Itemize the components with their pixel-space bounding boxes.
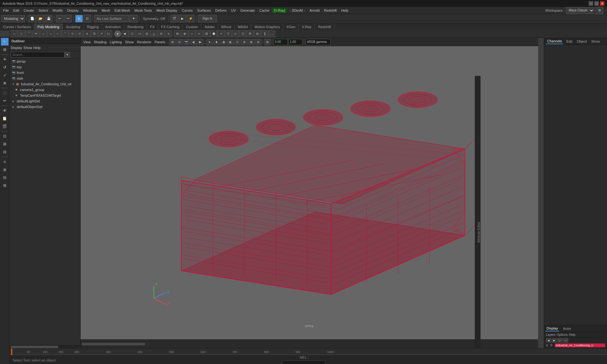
menu-deform[interactable]: Deform xyxy=(213,8,229,13)
soft-select-tool[interactable]: ◌ xyxy=(1,89,9,97)
menu-redshift[interactable]: Redshift xyxy=(322,8,339,13)
outliner-item-industrial-group[interactable]: ▼ ▦ Industrial_Air_Conditioning_Unit_nd xyxy=(9,81,80,87)
outliner-search-input[interactable] xyxy=(11,52,64,58)
menu-generate[interactable]: Generate xyxy=(238,8,257,13)
tab-adobe[interactable]: Adobe xyxy=(201,23,218,30)
vp-display-btn7[interactable]: ⊠ xyxy=(248,39,254,45)
shelf-btn-6[interactable]: ⌢ xyxy=(47,30,54,37)
tab-fx[interactable]: FX xyxy=(147,23,158,30)
tab-xgen[interactable]: XGen xyxy=(283,23,299,30)
shelf-btn-3[interactable]: ⌒ xyxy=(25,30,32,37)
anim-tab[interactable]: Anim xyxy=(562,326,572,331)
menu-modify[interactable]: Modify xyxy=(51,8,64,13)
vp-prev-btn[interactable]: ◀ xyxy=(190,39,197,45)
tab-fx-caching[interactable]: FX Caching xyxy=(158,23,183,30)
vp-menu-view[interactable]: View xyxy=(82,40,92,44)
shelf-mirror[interactable]: ⊟ xyxy=(203,30,210,37)
object-tab[interactable]: Object xyxy=(575,39,588,44)
outliner-item-default-light-set[interactable]: ◈ defaultLightSet xyxy=(9,98,80,104)
tab-rigging[interactable]: Rigging xyxy=(84,23,102,30)
snap-icon-1[interactable]: ⊡ xyxy=(1,132,9,140)
shelf-btn-8[interactable]: ⌒ xyxy=(62,30,69,37)
scale-tool[interactable]: ⤢ xyxy=(1,71,9,79)
close-button[interactable]: ✕ xyxy=(600,1,604,6)
shelf-more[interactable]: … xyxy=(268,30,275,37)
menu-mesh-tools[interactable]: Mesh Tools xyxy=(132,8,154,13)
edit-tab[interactable]: Edit xyxy=(565,39,573,44)
shelf-btn-10[interactable]: ⊂ xyxy=(76,30,83,37)
vp-menu-renderer[interactable]: Renderer xyxy=(136,40,153,44)
outliner-item-camera1-group[interactable]: ✱ camera1_group xyxy=(9,87,80,93)
shelf-fill[interactable]: ⬢ xyxy=(210,30,217,37)
maximize-button[interactable]: □ xyxy=(594,1,599,6)
vp-menu-shading[interactable]: Shading xyxy=(93,40,108,44)
render-button[interactable]: ▶ xyxy=(179,15,186,22)
tab-mash[interactable]: MASH xyxy=(235,23,251,30)
options-menu[interactable]: Options xyxy=(557,333,567,337)
tab-curves-surfaces[interactable]: Curves / Surfaces xyxy=(0,23,34,30)
outliner-item-top[interactable]: 📷 top xyxy=(9,64,80,70)
shelf-btn-9[interactable]: ⊃ xyxy=(69,30,76,37)
vp-display-btn1[interactable]: ● xyxy=(206,39,213,45)
expand-industrial-icon[interactable]: ▼ xyxy=(12,83,15,86)
menu-arnold[interactable]: Arnold xyxy=(308,8,322,13)
shelf-quad[interactable]: ◇ xyxy=(232,30,239,37)
model-area[interactable]: X Z Y persp xyxy=(81,46,538,339)
menu-create[interactable]: Create xyxy=(22,8,36,13)
move-tool[interactable]: ✛ xyxy=(1,56,9,63)
vp-menu-lighting[interactable]: Lighting xyxy=(108,40,123,44)
shelf-remesh[interactable]: ⬡ xyxy=(239,30,246,37)
channels-tab[interactable]: Channels xyxy=(546,39,563,44)
mel-input[interactable] xyxy=(282,361,325,364)
shelf-helix[interactable]: ∿ xyxy=(165,30,172,37)
snap-icon-2[interactable]: ⊞ xyxy=(1,140,9,148)
open-button[interactable]: 📂 xyxy=(37,15,44,22)
outliner-scrollbar[interactable] xyxy=(9,345,80,348)
timeline[interactable]: 1 50 100 150 200 300 400 500 600 700 800… xyxy=(9,349,607,355)
shelf-btn-14[interactable]: ▷ xyxy=(105,30,112,37)
viewport-scroll-thumb[interactable] xyxy=(82,343,145,345)
minimize-button[interactable]: ─ xyxy=(589,1,593,6)
help-menu-layers[interactable]: Help xyxy=(569,333,575,337)
outliner-item-front[interactable]: 📷 front xyxy=(9,70,80,76)
sign-in-button[interactable]: Sign In xyxy=(198,15,217,22)
menu-surfaces[interactable]: Surfaces xyxy=(195,8,213,13)
menu-edit[interactable]: Edit xyxy=(11,8,21,13)
ipr-button[interactable]: ⚡ xyxy=(187,15,194,22)
layer-ctrl-btn4[interactable]: ◁ xyxy=(563,338,568,343)
layer-ctrl-btn2[interactable]: ▶ xyxy=(552,338,557,343)
outliner-search-button[interactable]: ▼ xyxy=(64,52,70,58)
vp-gamma[interactable]: sRGB gamma xyxy=(305,39,331,45)
show-hide-button[interactable]: 👁 xyxy=(1,107,9,114)
layer-name[interactable]: Industrial_Air_Conditioning_U xyxy=(555,343,605,347)
menu-windows[interactable]: Windows xyxy=(81,8,99,13)
shelf-torus[interactable]: ◎ xyxy=(143,30,150,37)
shelf-cylinder[interactable]: ⬡ xyxy=(129,30,136,37)
shelf-btn-4[interactable]: ✏ xyxy=(33,30,40,37)
vp-display-btn4[interactable]: ◐ xyxy=(227,39,234,45)
tab-poly-modeling[interactable]: Poly Modeling xyxy=(34,23,63,30)
outliner-scroll-thumb[interactable] xyxy=(11,346,58,348)
vp-layout-btn[interactable]: ⊞ xyxy=(169,39,176,45)
vp-snap-btn[interactable]: ⊞ xyxy=(264,39,271,45)
tab-vray[interactable]: V-Ray xyxy=(299,23,315,30)
vp-menu-show[interactable]: Show xyxy=(124,40,135,44)
render-layer-button[interactable]: 🎬 xyxy=(1,123,9,130)
vp-frame-btn[interactable]: ⊡ xyxy=(176,39,183,45)
snap-grid-button[interactable]: ⊞ xyxy=(75,15,83,22)
select-tool[interactable]: ↖ xyxy=(1,38,9,46)
tab-redshift[interactable]: Redshift xyxy=(315,23,334,30)
redo-button[interactable]: ↪ xyxy=(64,15,72,22)
shelf-sphere[interactable]: ● xyxy=(114,30,121,37)
vp-display-btn3[interactable]: ◑ xyxy=(220,39,227,45)
menu-mesh-display[interactable]: Mesh Display xyxy=(155,8,179,13)
outliner-item-default-object-set[interactable]: ◈ defaultObjectSet xyxy=(9,104,80,110)
display-layer-button[interactable]: 📋 xyxy=(1,115,9,122)
shelf-pipe[interactable]: ⊙ xyxy=(158,30,165,37)
outliner-item-persp[interactable]: 📷 persp xyxy=(9,58,80,64)
shelf-cube[interactable]: ■ xyxy=(121,30,128,37)
vp-next-btn[interactable]: ▶ xyxy=(197,39,204,45)
shelf-cone[interactable]: △ xyxy=(150,30,157,37)
shelf-smooth[interactable]: ≈ xyxy=(196,30,203,37)
workspace-dropdown[interactable]: Maya Classic xyxy=(566,7,594,14)
